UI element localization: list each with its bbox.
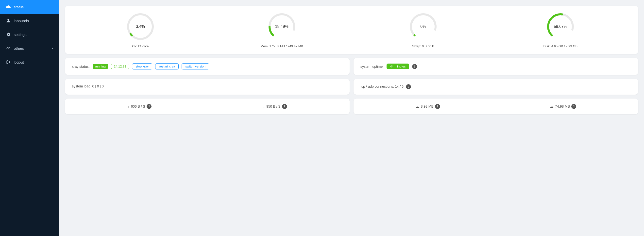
upload-rate-item: ↑ 606 B / S ? [128, 104, 152, 109]
sidebar-item-settings[interactable]: settings [0, 28, 59, 42]
mem-gauge-desc: Mem: 175.52 MB / 949.47 MB [260, 44, 303, 48]
logout-icon [6, 60, 11, 64]
cpu-gauge-desc: CPU:1 core [132, 44, 148, 48]
upload-total-help-icon[interactable]: ? [435, 104, 440, 109]
download-cloud-icon: ☁ [550, 104, 554, 109]
sidebar-item-inbounds[interactable]: inbounds [0, 14, 59, 28]
chevron-down-icon: ▾ [52, 46, 53, 50]
sidebar-item-status[interactable]: status [0, 0, 59, 14]
sidebar-item-status-label: status [14, 5, 24, 9]
gauges-card: 3.4% CPU:1 core 18.49% Mem: 175.52 MB / … [65, 6, 638, 54]
swap-gauge: 0% [408, 12, 438, 42]
download-arrow-icon: ↓ [263, 104, 265, 108]
uptime-help-icon[interactable]: ? [412, 64, 417, 69]
main-content: 3.4% CPU:1 core 18.49% Mem: 175.52 MB / … [59, 0, 644, 236]
xray-version-badge: 24.12.31 [111, 64, 129, 69]
connections-label: tcp / udp connections: [360, 84, 395, 88]
uptime-card: system uptime: 44 minutes ? [354, 58, 638, 75]
swap-gauge-item: 0% Swap: 0 B / 0 B [408, 12, 438, 48]
mem-gauge: 18.49% [267, 12, 296, 42]
mem-gauge-label: 18.49% [275, 24, 288, 29]
sidebar: status inbounds settings others ▾ [0, 0, 59, 236]
cpu-gauge-item: 3.4% CPU:1 core [126, 12, 155, 48]
cloud-icon [6, 4, 11, 9]
cpu-gauge-label: 3.4% [136, 24, 145, 29]
upload-cloud-icon: ☁ [415, 104, 419, 109]
switch-version-button[interactable]: switch version [182, 63, 209, 70]
status-row: xray status: running 24.12.31 stop xray … [65, 58, 638, 75]
xray-status-label: xray status: [72, 64, 90, 68]
connections-card: tcp / udp connections: 14 / 6 ? [354, 79, 638, 94]
sidebar-item-others-label: others [14, 46, 24, 50]
swap-gauge-desc: Swap: 0 B / 0 B [412, 44, 434, 48]
swap-gauge-label: 0% [420, 24, 426, 29]
traffic-row: ↑ 606 B / S ? ↓ 950 B / S ? ☁ 8.93 MB ? … [65, 98, 638, 114]
traffic-total-card: ☁ 8.93 MB ? ☁ 74.98 MB ? [354, 98, 638, 114]
download-rate-label: 950 B / S [266, 104, 280, 108]
uptime-label: system uptime: [360, 64, 384, 68]
load-connections-row: system load: 0 | 0 | 0 tcp / udp connect… [65, 79, 638, 94]
traffic-rate-card: ↑ 606 B / S ? ↓ 950 B / S ? [65, 98, 350, 114]
download-rate-item: ↓ 950 B / S ? [263, 104, 287, 109]
uptime-value: 44 minutes [386, 64, 409, 69]
upload-rate-help-icon[interactable]: ? [146, 104, 152, 109]
mem-gauge-item: 18.49% Mem: 175.52 MB / 949.47 MB [260, 12, 303, 48]
connections-value: 14 / 6 [395, 84, 404, 88]
person-icon [6, 18, 11, 23]
sidebar-item-logout-label: logout [14, 60, 24, 64]
link-icon [6, 46, 11, 51]
stop-xray-button[interactable]: stop xray [132, 63, 152, 70]
system-load-text: system load: 0 | 0 | 0 [72, 84, 104, 88]
gear-icon [6, 32, 11, 37]
upload-rate-label: 606 B / S [131, 104, 145, 108]
disk-gauge-label: 58.67% [554, 24, 567, 29]
download-total-help-icon[interactable]: ? [571, 104, 576, 109]
cpu-gauge: 3.4% [126, 12, 155, 42]
sidebar-item-inbounds-label: inbounds [14, 19, 29, 23]
download-total-label: 74.98 MB [555, 104, 570, 108]
system-load-card: system load: 0 | 0 | 0 [65, 79, 350, 94]
upload-total-item: ☁ 8.93 MB ? [415, 104, 440, 109]
upload-total-label: 8.93 MB [421, 104, 434, 108]
upload-arrow-icon: ↑ [128, 104, 129, 108]
download-rate-help-icon[interactable]: ? [282, 104, 287, 109]
sidebar-item-settings-label: settings [14, 32, 26, 37]
disk-gauge: 58.67% [546, 12, 575, 42]
disk-gauge-desc: Disk: 4.65 GB / 7.93 GB [543, 44, 578, 48]
disk-gauge-item: 58.67% Disk: 4.65 GB / 7.93 GB [543, 12, 578, 48]
xray-status-card: xray status: running 24.12.31 stop xray … [65, 58, 350, 75]
restart-xray-button[interactable]: restart xray [155, 63, 178, 70]
connections-help-icon[interactable]: ? [406, 84, 411, 89]
sidebar-item-others[interactable]: others ▾ [0, 42, 59, 55]
xray-running-badge: running [93, 64, 108, 69]
sidebar-item-logout[interactable]: logout [0, 55, 59, 69]
download-total-item: ☁ 74.98 MB ? [550, 104, 576, 109]
